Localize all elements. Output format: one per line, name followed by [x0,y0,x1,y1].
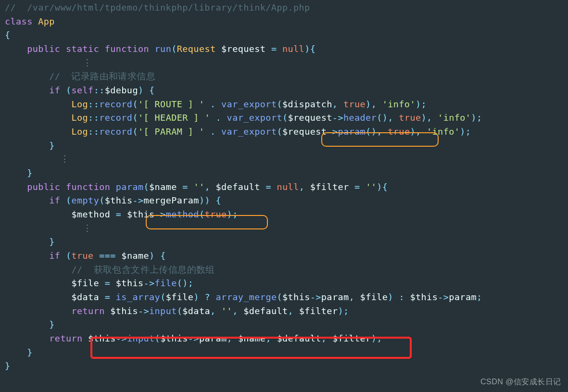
kw-static: static [66,44,99,54]
fn-empty: empty [71,195,99,205]
str-route: '[ ROUTE ] ' [138,99,204,109]
ellipsis-icon: ⋮ [83,58,92,68]
fn-param: param [338,126,366,137]
brace: } [49,319,55,329]
kw-self: self [71,85,93,95]
brace: } [49,237,55,247]
fn-param-def: param [116,182,144,192]
fn-method: method [166,209,199,219]
kw-public: public [27,44,60,54]
ellipsis-icon: ⋮ [83,223,92,233]
kw-class: class [5,16,33,26]
bool-true: true [343,99,366,109]
brace: } [5,361,11,371]
var-this: $this [105,195,133,205]
var-request: $request [221,44,265,54]
kw-return: return [71,306,104,316]
var-method: $method [71,209,110,219]
type-request: Request [177,44,216,54]
fn-record: record [99,99,132,109]
comment-cn-1: // 记录路由和请求信息 [49,71,155,81]
str-info: 'info' [382,99,416,109]
null: null [282,44,304,54]
var-default: $default [216,182,260,192]
var-request: $request [288,113,332,123]
fn-header: header [343,113,377,123]
prop-mergeparam: mergeParam [144,195,199,205]
fn-var-export: var_export [221,99,277,109]
brace: } [27,347,33,357]
str-header: '[ HEADER ] ' [138,113,210,123]
ellipsis-icon: ⋮ [60,154,69,164]
kw-if: if [49,85,60,95]
code-block: // /var/www/html/tpdemo/thinkphp/library… [0,0,568,378]
comment-cn-2: // 获取包含文件上传信息的数组 [71,265,215,275]
var-data: $data [71,292,99,302]
var-debug: $debug [105,85,138,95]
brace: { [5,30,11,40]
comment-filepath: // /var/www/html/tpdemo/thinkphp/library… [5,2,310,13]
class-log: Log [71,99,88,109]
var-name: $name [149,182,177,192]
watermark: CSDN @信安成长日记 [480,376,561,388]
class-name: App [38,16,55,26]
brace: } [27,168,33,178]
kw-function: function [105,44,149,54]
var-dispatch: $dispatch [282,99,332,109]
fn-run: run [155,44,172,54]
brace: } [49,140,55,151]
fn-input: input [149,306,177,316]
fn-is-array: is_array [116,292,160,302]
fn-array-merge: array_merge [216,292,277,302]
fn-file: file [155,278,177,288]
var-file: $file [71,278,99,288]
str-param: '[ PARAM ] ' [138,126,204,137]
var-filter: $filter [310,182,349,192]
